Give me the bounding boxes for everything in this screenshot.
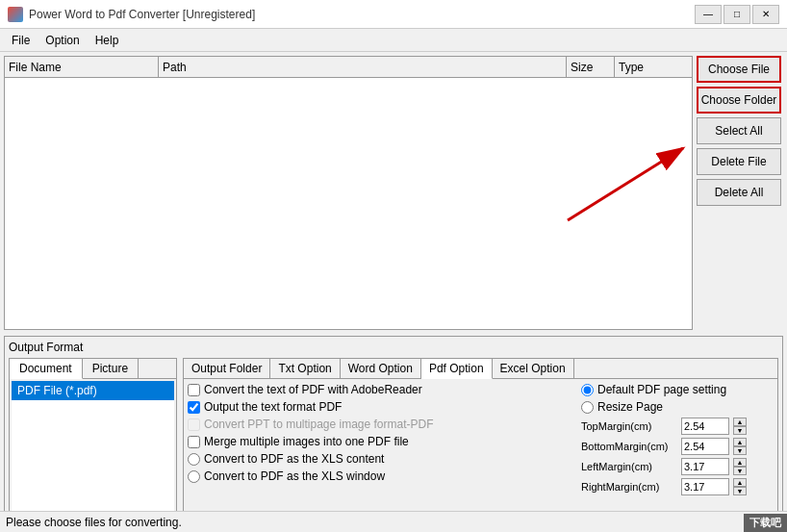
right-panel: Output Folder Txt Option Word Option Pdf… [183, 358, 778, 523]
margin-right-row: RightMargin(cm) ▲ ▼ [581, 478, 774, 495]
right-buttons: Choose File Choose Folder Select All Del… [697, 56, 783, 330]
margin-right-input[interactable] [681, 478, 729, 495]
margin-top-up[interactable]: ▲ [733, 418, 747, 426]
pdf-settings: Default PDF page setting Resize Page Top… [581, 383, 774, 519]
title-bar-text: Power Word to Pdf Converter [Unregistere… [29, 8, 695, 21]
checkbox-xls-content: Convert to PDF as the XLS content [188, 452, 571, 466]
margin-left-down[interactable]: ▼ [733, 467, 747, 475]
output-content: Document Picture PDF File (*.pdf) Output… [9, 358, 778, 523]
title-bar: Power Word to Pdf Converter [Unregistere… [0, 0, 787, 29]
margin-left-spinner: ▲ ▼ [733, 458, 747, 475]
margin-bottom-input[interactable] [681, 438, 729, 455]
radio-resize-page-label: Resize Page [597, 400, 663, 414]
main-content: File Name Path Size Type Choose File Cho… [0, 52, 787, 532]
format-list: PDF File (*.pdf) [12, 381, 174, 520]
options-content: Convert the text of PDF with AdobeReader… [184, 379, 777, 522]
tab-document[interactable]: Document [10, 359, 83, 379]
checkbox-merge-images-input[interactable] [188, 436, 200, 448]
checkbox-ppt-multipage: Convert PPT to multipage image format-PD… [188, 418, 571, 431]
col-type: Type [615, 57, 692, 77]
tab-output-folder[interactable]: Output Folder [184, 359, 270, 378]
app-icon [8, 7, 23, 22]
margin-bottom-up[interactable]: ▲ [733, 438, 747, 446]
close-button[interactable]: ✕ [752, 5, 779, 24]
margin-right-label: RightMargin(cm) [581, 481, 677, 493]
checkbox-ppt-multipage-label: Convert PPT to multipage image format-PD… [204, 418, 434, 431]
col-filename: File Name [5, 57, 159, 77]
output-format-label: Output Format [9, 341, 778, 354]
tab-excel-option[interactable]: Excel Option [493, 359, 574, 378]
choose-file-button[interactable]: Choose File [697, 56, 781, 83]
checkbox-merge-images-label: Merge multiple images into one PDF file [204, 435, 409, 448]
margin-left-label: LeftMargin(cm) [581, 461, 677, 472]
checkbox-adobereader: Convert the text of PDF with AdobeReader [188, 383, 571, 396]
title-bar-controls: — □ ✕ [695, 5, 779, 24]
output-format-section: Output Format Document Picture PDF File … [4, 336, 783, 528]
menu-option[interactable]: Option [38, 32, 87, 49]
left-tab-header: Document Picture [10, 359, 176, 379]
delete-all-button[interactable]: Delete All [697, 179, 781, 206]
checkbox-textformat: Output the text format PDF [188, 400, 571, 414]
margin-bottom-row: BottomMargin(cm) ▲ ▼ [581, 438, 774, 455]
radio-xls-content-label: Convert to PDF as the XLS content [204, 452, 384, 466]
select-all-button[interactable]: Select All [697, 117, 781, 144]
checkbox-xls-window: Convert to PDF as the XLS window [188, 469, 571, 483]
col-size: Size [567, 57, 615, 77]
margin-bottom-down[interactable]: ▼ [733, 446, 747, 455]
maximize-button[interactable]: □ [724, 5, 750, 24]
margin-left-row: LeftMargin(cm) ▲ ▼ [581, 458, 774, 475]
checkbox-textformat-input[interactable] [188, 401, 200, 414]
margin-left-input[interactable] [681, 458, 729, 475]
file-list-area: File Name Path Size Type Choose File Cho… [4, 56, 783, 330]
margin-top-row: TopMargin(cm) ▲ ▼ [581, 418, 774, 435]
radio-default-pdf: Default PDF page setting [581, 383, 774, 396]
menu-bar: File Option Help [0, 29, 787, 52]
margin-top-spinner: ▲ ▼ [733, 418, 747, 435]
radio-xls-window-label: Convert to PDF as the XLS window [204, 469, 385, 483]
checkbox-adobereader-input[interactable] [188, 384, 200, 396]
tab-word-option[interactable]: Word Option [341, 359, 421, 378]
margin-table: TopMargin(cm) ▲ ▼ BottomMargin(cm) [581, 418, 774, 495]
file-table-container: File Name Path Size Type [4, 56, 693, 330]
checkbox-adobereader-label: Convert the text of PDF with AdobeReader [204, 383, 422, 396]
tab-pdf-option[interactable]: Pdf Option [421, 359, 493, 379]
radio-default-pdf-input[interactable] [581, 384, 594, 396]
margin-left-up[interactable]: ▲ [733, 458, 747, 467]
delete-file-button[interactable]: Delete File [697, 148, 781, 175]
col-path: Path [159, 57, 567, 77]
margin-top-down[interactable]: ▼ [733, 426, 747, 435]
margin-right-spinner: ▲ ▼ [733, 478, 747, 495]
margin-right-down[interactable]: ▼ [733, 487, 747, 495]
radio-resize-page-input[interactable] [581, 401, 594, 414]
minimize-button[interactable]: — [695, 5, 722, 24]
radio-xls-window-input[interactable] [188, 470, 200, 483]
status-message: Please choose files for converting. [6, 516, 182, 529]
margin-bottom-spinner: ▲ ▼ [733, 438, 747, 455]
status-bar: Please choose files for converting. [0, 511, 787, 532]
checkbox-merge-images: Merge multiple images into one PDF file [188, 435, 571, 448]
format-item-pdf[interactable]: PDF File (*.pdf) [12, 381, 174, 400]
tab-txt-option[interactable]: Txt Option [270, 359, 340, 378]
margin-right-up[interactable]: ▲ [733, 478, 747, 487]
radio-default-pdf-label: Default PDF page setting [597, 383, 726, 396]
watermark: 下载吧 [744, 514, 787, 532]
menu-file[interactable]: File [4, 32, 38, 49]
options-tab-header: Output Folder Txt Option Word Option Pdf… [184, 359, 777, 379]
menu-help[interactable]: Help [88, 32, 127, 49]
checkbox-ppt-multipage-input[interactable] [188, 418, 200, 431]
file-table-header: File Name Path Size Type [5, 57, 692, 78]
checkbox-textformat-label: Output the text format PDF [204, 400, 342, 414]
tab-picture[interactable]: Picture [83, 359, 139, 378]
file-table-body [5, 78, 692, 329]
radio-xls-content-input[interactable] [188, 453, 200, 466]
margin-top-label: TopMargin(cm) [581, 420, 677, 432]
choose-folder-button[interactable]: Choose Folder [697, 87, 781, 114]
margin-bottom-label: BottomMargin(cm) [581, 441, 677, 452]
pdf-checkboxes: Convert the text of PDF with AdobeReader… [188, 383, 571, 519]
left-panel: Document Picture PDF File (*.pdf) [9, 358, 177, 523]
radio-resize-page: Resize Page [581, 400, 774, 414]
margin-top-input[interactable] [681, 418, 729, 435]
watermark-text: 下载吧 [749, 517, 781, 528]
